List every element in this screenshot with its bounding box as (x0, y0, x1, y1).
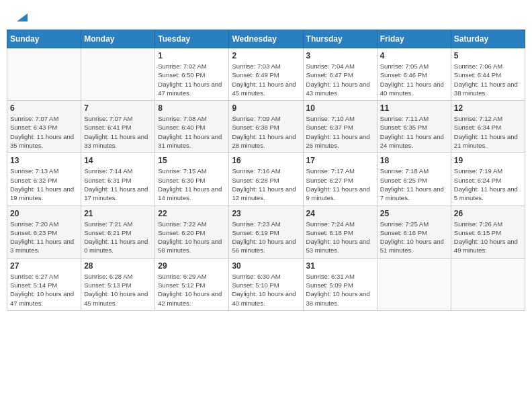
calendar-week-row: 27Sunrise: 6:27 AM Sunset: 5:14 PM Dayli… (7, 258, 525, 310)
day-number: 30 (232, 261, 300, 271)
calendar-cell: 3Sunrise: 7:04 AM Sunset: 6:47 PM Daylig… (303, 48, 377, 101)
calendar-cell: 8Sunrise: 7:08 AM Sunset: 6:40 PM Daylig… (155, 101, 229, 153)
calendar-cell: 28Sunrise: 6:28 AM Sunset: 5:13 PM Dayli… (81, 258, 155, 310)
calendar-day-header: Thursday (303, 30, 377, 48)
day-number: 6 (10, 103, 78, 113)
day-number: 22 (158, 209, 226, 218)
day-number: 3 (306, 51, 374, 60)
calendar-cell (7, 48, 81, 101)
day-number: 8 (158, 103, 226, 113)
day-info: Sunrise: 7:23 AM Sunset: 6:19 PM Dayligh… (232, 220, 300, 255)
day-number: 24 (306, 209, 374, 218)
calendar-cell: 26Sunrise: 7:26 AM Sunset: 6:15 PM Dayli… (451, 205, 525, 258)
calendar-cell: 6Sunrise: 7:07 AM Sunset: 6:43 PM Daylig… (7, 101, 81, 153)
calendar-day-header: Sunday (7, 30, 81, 48)
day-info: Sunrise: 7:07 AM Sunset: 6:41 PM Dayligh… (84, 114, 152, 150)
day-info: Sunrise: 7:09 AM Sunset: 6:38 PM Dayligh… (232, 114, 300, 150)
day-number: 17 (306, 156, 374, 165)
calendar-cell: 11Sunrise: 7:11 AM Sunset: 6:35 PM Dayli… (377, 101, 451, 153)
calendar-cell: 1Sunrise: 7:02 AM Sunset: 6:50 PM Daylig… (155, 48, 229, 101)
calendar-cell: 7Sunrise: 7:07 AM Sunset: 6:41 PM Daylig… (81, 101, 155, 153)
calendar-table: SundayMondayTuesdayWednesdayThursdayFrid… (7, 30, 525, 311)
day-number: 5 (454, 51, 522, 60)
calendar-week-row: 6Sunrise: 7:07 AM Sunset: 6:43 PM Daylig… (7, 101, 525, 153)
day-number: 20 (10, 209, 78, 218)
calendar-cell: 31Sunrise: 6:31 AM Sunset: 5:09 PM Dayli… (303, 258, 377, 310)
day-number: 11 (380, 103, 448, 113)
day-number: 25 (380, 209, 448, 218)
calendar-cell: 10Sunrise: 7:10 AM Sunset: 6:37 PM Dayli… (303, 101, 377, 153)
day-number: 18 (380, 156, 448, 165)
calendar-cell: 25Sunrise: 7:25 AM Sunset: 6:16 PM Dayli… (377, 205, 451, 258)
day-number: 9 (232, 103, 300, 113)
calendar-week-row: 1Sunrise: 7:02 AM Sunset: 6:50 PM Daylig… (7, 48, 525, 101)
day-info: Sunrise: 7:07 AM Sunset: 6:43 PM Dayligh… (10, 114, 78, 150)
calendar-cell: 13Sunrise: 7:13 AM Sunset: 6:32 PM Dayli… (7, 153, 81, 205)
day-number: 1 (158, 51, 226, 60)
day-info: Sunrise: 7:19 AM Sunset: 6:24 PM Dayligh… (454, 167, 522, 202)
day-number: 21 (84, 209, 152, 218)
calendar-cell: 4Sunrise: 7:05 AM Sunset: 6:46 PM Daylig… (377, 48, 451, 101)
day-info: Sunrise: 7:06 AM Sunset: 6:44 PM Dayligh… (454, 62, 522, 97)
calendar-cell: 17Sunrise: 7:17 AM Sunset: 6:27 PM Dayli… (303, 153, 377, 205)
day-number: 19 (454, 156, 522, 165)
calendar-cell: 22Sunrise: 7:22 AM Sunset: 6:20 PM Dayli… (155, 205, 229, 258)
day-info: Sunrise: 7:13 AM Sunset: 6:32 PM Dayligh… (10, 167, 78, 202)
calendar-body: 1Sunrise: 7:02 AM Sunset: 6:50 PM Daylig… (7, 48, 525, 311)
calendar-cell: 30Sunrise: 6:30 AM Sunset: 5:10 PM Dayli… (229, 258, 303, 310)
day-number: 7 (84, 103, 152, 113)
day-number: 12 (454, 103, 522, 113)
svg-marker-0 (17, 13, 28, 21)
calendar-cell (451, 258, 525, 310)
calendar-cell: 12Sunrise: 7:12 AM Sunset: 6:34 PM Dayli… (451, 101, 525, 153)
calendar-day-header: Wednesday (229, 30, 303, 48)
calendar-cell: 18Sunrise: 7:18 AM Sunset: 6:25 PM Dayli… (377, 153, 451, 205)
calendar-header-row: SundayMondayTuesdayWednesdayThursdayFrid… (7, 30, 525, 48)
day-info: Sunrise: 7:14 AM Sunset: 6:31 PM Dayligh… (84, 167, 152, 202)
day-info: Sunrise: 7:11 AM Sunset: 6:35 PM Dayligh… (380, 114, 448, 150)
day-info: Sunrise: 7:26 AM Sunset: 6:15 PM Dayligh… (454, 220, 522, 255)
day-number: 2 (232, 51, 300, 60)
calendar-cell: 23Sunrise: 7:23 AM Sunset: 6:19 PM Dayli… (229, 205, 303, 258)
calendar-cell (377, 258, 451, 310)
calendar-day-header: Monday (81, 30, 155, 48)
day-number: 29 (158, 261, 226, 271)
day-number: 27 (10, 261, 78, 271)
day-info: Sunrise: 7:24 AM Sunset: 6:18 PM Dayligh… (306, 220, 374, 255)
day-info: Sunrise: 7:02 AM Sunset: 6:50 PM Dayligh… (158, 62, 226, 97)
day-info: Sunrise: 7:08 AM Sunset: 6:40 PM Dayligh… (158, 114, 226, 150)
calendar-cell: 16Sunrise: 7:16 AM Sunset: 6:28 PM Dayli… (229, 153, 303, 205)
day-info: Sunrise: 7:17 AM Sunset: 6:27 PM Dayligh… (306, 167, 374, 202)
calendar-cell: 9Sunrise: 7:09 AM Sunset: 6:38 PM Daylig… (229, 101, 303, 153)
page-header (7, 7, 525, 24)
day-info: Sunrise: 7:21 AM Sunset: 6:21 PM Dayligh… (84, 220, 152, 255)
day-number: 14 (84, 156, 152, 165)
day-info: Sunrise: 6:31 AM Sunset: 5:09 PM Dayligh… (306, 272, 374, 308)
logo (12, 9, 28, 21)
calendar-cell: 24Sunrise: 7:24 AM Sunset: 6:18 PM Dayli… (303, 205, 377, 258)
logo-icon (13, 9, 28, 24)
calendar-cell (81, 48, 155, 101)
day-info: Sunrise: 7:20 AM Sunset: 6:23 PM Dayligh… (10, 220, 78, 255)
day-info: Sunrise: 7:10 AM Sunset: 6:37 PM Dayligh… (306, 114, 374, 150)
calendar-cell: 2Sunrise: 7:03 AM Sunset: 6:49 PM Daylig… (229, 48, 303, 101)
day-info: Sunrise: 7:03 AM Sunset: 6:49 PM Dayligh… (232, 62, 300, 97)
day-number: 26 (454, 209, 522, 218)
calendar-cell: 19Sunrise: 7:19 AM Sunset: 6:24 PM Dayli… (451, 153, 525, 205)
day-info: Sunrise: 6:30 AM Sunset: 5:10 PM Dayligh… (232, 272, 300, 308)
calendar-day-header: Saturday (451, 30, 525, 48)
day-info: Sunrise: 7:04 AM Sunset: 6:47 PM Dayligh… (306, 62, 374, 97)
calendar-week-row: 20Sunrise: 7:20 AM Sunset: 6:23 PM Dayli… (7, 205, 525, 258)
calendar-day-header: Friday (377, 30, 451, 48)
day-number: 28 (84, 261, 152, 271)
day-info: Sunrise: 7:16 AM Sunset: 6:28 PM Dayligh… (232, 167, 300, 202)
day-info: Sunrise: 7:18 AM Sunset: 6:25 PM Dayligh… (380, 167, 448, 202)
calendar-cell: 29Sunrise: 6:29 AM Sunset: 5:12 PM Dayli… (155, 258, 229, 310)
calendar-cell: 27Sunrise: 6:27 AM Sunset: 5:14 PM Dayli… (7, 258, 81, 310)
calendar-cell: 14Sunrise: 7:14 AM Sunset: 6:31 PM Dayli… (81, 153, 155, 205)
day-number: 10 (306, 103, 374, 113)
day-number: 15 (158, 156, 226, 165)
day-number: 16 (232, 156, 300, 165)
calendar-cell: 21Sunrise: 7:21 AM Sunset: 6:21 PM Dayli… (81, 205, 155, 258)
day-number: 4 (380, 51, 448, 60)
